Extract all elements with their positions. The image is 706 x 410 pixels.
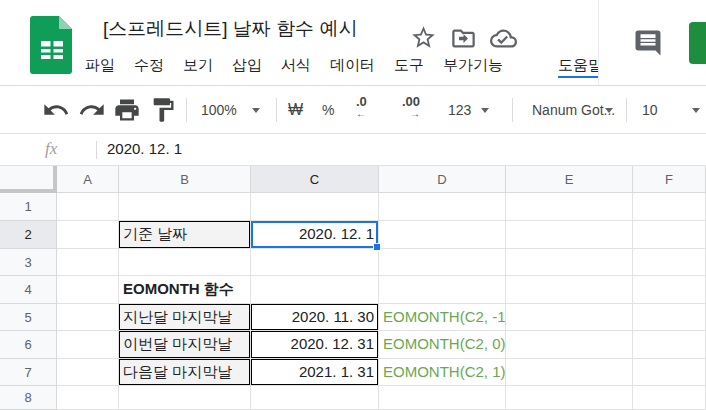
more-formats-dropdown-icon[interactable] [481, 108, 489, 113]
cell-A3[interactable] [57, 249, 119, 276]
cell-F2[interactable] [633, 221, 706, 249]
cell-B7[interactable]: 다음달 마지막날 [119, 359, 251, 386]
share-button[interactable] [689, 22, 706, 64]
cell-B1[interactable] [119, 193, 251, 221]
font-family-dropdown-icon[interactable] [605, 108, 613, 113]
row-header-3[interactable]: 3 [0, 249, 57, 276]
move-to-folder-icon[interactable] [450, 25, 477, 52]
star-icon[interactable] [410, 24, 437, 51]
cell-A1[interactable] [57, 193, 119, 221]
row-header-7[interactable]: 7 [0, 359, 57, 386]
zoom-select[interactable]: 100% [201, 96, 237, 124]
menu-edit[interactable]: 수정 [134, 56, 164, 75]
cell-D6[interactable]: EOMONTH(C2, 0) [379, 331, 506, 359]
cell-E5[interactable] [506, 304, 633, 331]
google-sheets-logo-icon[interactable] [30, 16, 74, 74]
font-size-dropdown-icon[interactable] [692, 108, 700, 113]
menu-insert[interactable]: 삽입 [232, 56, 262, 75]
menu-file[interactable]: 파일 [85, 56, 115, 75]
cell-E1[interactable] [506, 193, 633, 221]
menu-format[interactable]: 서식 [281, 56, 311, 75]
menu-help[interactable]: 도움말 [558, 56, 603, 75]
redo-icon[interactable] [78, 96, 106, 124]
row-header-5[interactable]: 5 [0, 304, 57, 331]
undo-icon[interactable] [42, 96, 70, 124]
menu-tools[interactable]: 도구 [394, 56, 424, 75]
document-title[interactable]: [스프레드시트] 날짜 함수 예시 [103, 16, 357, 42]
row-header-4[interactable]: 4 [0, 276, 57, 304]
cell-E2[interactable] [506, 221, 633, 249]
cell-F4[interactable] [633, 276, 706, 304]
cell-C4[interactable] [251, 276, 379, 304]
toolbar-separator [276, 98, 277, 122]
formula-input[interactable]: 2020. 12. 1 [107, 140, 182, 157]
column-header-F[interactable]: F [633, 166, 706, 193]
cell-B4[interactable]: EOMONTH 함수 [119, 276, 251, 304]
cell-C7[interactable]: 2021. 1. 31 [251, 359, 379, 386]
cell-D2[interactable] [379, 221, 506, 249]
cell-C6[interactable]: 2020. 12. 31 [251, 331, 379, 359]
row-header-8[interactable]: 8 [0, 386, 57, 410]
font-size-select[interactable]: 10 [642, 96, 658, 124]
cell-E6[interactable] [506, 331, 633, 359]
cell-C2-selected[interactable]: 2020. 12. 1 [251, 221, 379, 249]
cell-F8[interactable] [633, 386, 706, 410]
font-family-select[interactable]: Nanum Got... [532, 96, 615, 124]
menu-addons[interactable]: 부가기능 [443, 56, 503, 75]
cloud-saved-icon[interactable] [488, 25, 519, 52]
cell-D4[interactable] [379, 276, 506, 304]
menu-view[interactable]: 보기 [183, 56, 213, 75]
currency-format-button[interactable]: ₩ [288, 96, 303, 124]
decrease-decimals-button[interactable]: .0 ← [356, 94, 367, 118]
cell-F3[interactable] [633, 249, 706, 276]
cell-A7[interactable] [57, 359, 119, 386]
paint-format-icon[interactable] [149, 96, 177, 124]
row-header-1[interactable]: 1 [0, 193, 57, 221]
cell-B6[interactable]: 이번달 마지막날 [119, 331, 251, 359]
percent-format-button[interactable]: % [322, 96, 334, 124]
cell-D7[interactable]: EOMONTH(C2, 1) [379, 359, 506, 386]
comment-icon[interactable] [633, 28, 663, 58]
column-header-B[interactable]: B [119, 166, 251, 193]
cell-C1[interactable] [251, 193, 379, 221]
toolbar-separator [626, 98, 627, 122]
zoom-dropdown-icon[interactable] [252, 108, 260, 113]
cell-C3[interactable] [251, 249, 379, 276]
cell-B8[interactable] [119, 386, 251, 410]
fill-handle[interactable] [373, 243, 381, 251]
cell-B2[interactable]: 기준 날짜 [119, 221, 251, 249]
column-header-E[interactable]: E [506, 166, 633, 193]
cell-A6[interactable] [57, 331, 119, 359]
cell-A5[interactable] [57, 304, 119, 331]
column-header-A[interactable]: A [57, 166, 119, 193]
cell-D3[interactable] [379, 249, 506, 276]
cell-E7[interactable] [506, 359, 633, 386]
column-header-C[interactable]: C [251, 166, 379, 193]
menu-data[interactable]: 데이터 [330, 56, 375, 75]
increase-decimals-button[interactable]: .00 → [402, 94, 420, 118]
cell-E3[interactable] [506, 249, 633, 276]
cell-B5[interactable]: 지난달 마지막날 [119, 304, 251, 331]
column-header-D[interactable]: D [379, 166, 506, 193]
cell-A4[interactable] [57, 276, 119, 304]
row-header-2[interactable]: 2 [0, 221, 57, 249]
cell-A8[interactable] [57, 386, 119, 410]
cell-D8[interactable] [379, 386, 506, 410]
cell-F7[interactable] [633, 359, 706, 386]
cell-C8[interactable] [251, 386, 379, 410]
cell-F5[interactable] [633, 304, 706, 331]
row-header-6[interactable]: 6 [0, 331, 57, 359]
more-formats-button[interactable]: 123 [448, 96, 471, 124]
toolbar-separator [512, 98, 513, 122]
select-all-corner[interactable] [0, 166, 57, 193]
cell-E8[interactable] [506, 386, 633, 410]
cell-F1[interactable] [633, 193, 706, 221]
cell-D1[interactable] [379, 193, 506, 221]
cell-D5[interactable]: EOMONTH(C2, -1) [379, 304, 506, 331]
cell-E4[interactable] [506, 276, 633, 304]
cell-F6[interactable] [633, 331, 706, 359]
cell-A2[interactable] [57, 221, 119, 249]
print-icon[interactable] [113, 96, 141, 124]
cell-B3[interactable] [119, 249, 251, 276]
cell-C5[interactable]: 2020. 11. 30 [251, 304, 379, 331]
